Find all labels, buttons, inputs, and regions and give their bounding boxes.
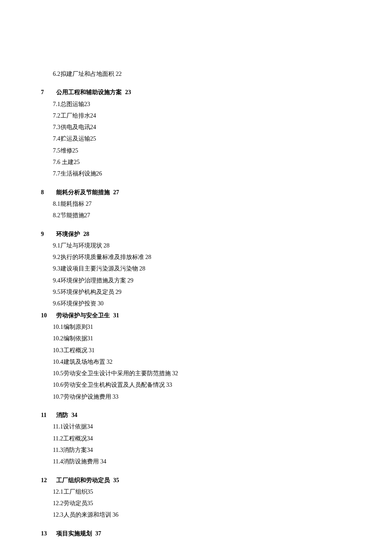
toc-sub-page: 32 xyxy=(105,359,113,365)
toc-sub-title: 消防方案 xyxy=(63,447,87,453)
toc-section: 13 项目实施规划 37 xyxy=(41,528,351,539)
toc-chapter-title: 环境保护 xyxy=(50,231,80,237)
toc-sub-page: 22 xyxy=(116,71,122,77)
toc-sub-title: 拟建厂址和占地面积 xyxy=(61,71,114,77)
toc-sub-num: 7.7 xyxy=(53,170,61,177)
toc-sub-row: 9.2执行的环境质量标准及排放标准 28 xyxy=(53,251,351,263)
toc-chapter-row: 8 能耗分析及节能措施 27 xyxy=(41,187,351,198)
toc-sub-title: 工程概况 xyxy=(63,347,87,354)
toc-sub-row: 7.7生活福利设施26 xyxy=(53,168,351,179)
toc-sub-row: 9.5环境保护机构及定员 29 xyxy=(53,286,351,298)
toc-sub-row: 11.1设计依据34 xyxy=(53,421,351,432)
toc-section: 12 工厂组织和劳动定员 3512.1工厂组织3512.2劳动定员3512.3人… xyxy=(41,474,351,521)
toc-sub-num: 10.4 xyxy=(53,359,63,365)
toc-sub-title: 环境保护治理措施及方案 xyxy=(61,277,126,284)
toc-sub-title: 供电及电讯 xyxy=(61,124,90,130)
toc-sub-num: 8.1 xyxy=(53,201,61,207)
toc-sub-num: 8.2 xyxy=(53,212,61,219)
toc-sub-title: 工厂组织 xyxy=(63,489,87,495)
toc-sub-title: 编制依据 xyxy=(63,335,87,342)
toc-sub-num: 9.6 xyxy=(53,300,61,307)
toc-sub-row: 10.2编制依据31 xyxy=(53,333,351,344)
toc-sub-num: 7.5 xyxy=(53,147,61,154)
toc-sub-num: 6.2 xyxy=(53,71,61,77)
toc-sub-title: 环境保护机构及定员 xyxy=(61,289,114,295)
toc-sub-title: 维修 xyxy=(61,147,72,154)
toc-sub-page: 25 xyxy=(90,135,96,142)
toc-sub-row: 10.3工程概况 31 xyxy=(53,345,351,356)
toc-sub-page: 28 xyxy=(144,254,152,260)
toc-sub-title: 贮运及运输 xyxy=(61,135,90,142)
toc-sub-num: 7.4 xyxy=(53,135,61,142)
toc-sub-row: 11.4消防设施费用 34 xyxy=(53,456,351,467)
toc-chapter-num: 11 xyxy=(41,409,50,421)
toc-sub-row: 12.1工厂组织35 xyxy=(53,486,351,497)
toc-sub-row: 10.7劳动保护设施费用 33 xyxy=(53,391,351,403)
toc-sub-title: 能耗指标 xyxy=(61,201,84,207)
toc-chapter-page: 23 xyxy=(124,89,131,95)
toc-chapter-num: 8 xyxy=(41,187,50,198)
toc-sub-row: 11.3消防方案34 xyxy=(53,444,351,456)
toc-sub-page: 34 xyxy=(99,458,107,465)
toc-sub-page: 34 xyxy=(87,447,93,453)
toc-sub-row: 8.1能耗指标 27 xyxy=(53,198,351,210)
toc-sub-row: 10.1编制原则31 xyxy=(53,321,351,333)
toc-sub-page: 34 xyxy=(87,435,93,442)
toc-sub-title: 执行的环境质量标准及排放标准 xyxy=(61,254,144,260)
toc-sub-title: 厂址与环境现状 xyxy=(61,242,102,249)
toc-sub-page: 35 xyxy=(87,500,93,506)
toc-chapter-title: 工厂组织和劳动定员 xyxy=(50,477,110,483)
toc-sub-row: 7.5维修25 xyxy=(53,145,351,156)
toc-sub-page: 35 xyxy=(87,489,93,495)
toc-chapter-page: 37 xyxy=(94,530,101,537)
toc-sub-num: 10.5 xyxy=(53,370,63,377)
toc-sub-page: 33 xyxy=(111,394,119,400)
toc-sub-num: 7.6 xyxy=(53,159,61,165)
toc-sub-title: 消防设施费用 xyxy=(63,458,99,465)
toc-sub-num: 10.7 xyxy=(53,394,63,400)
toc-sub-page: 33 xyxy=(165,382,173,388)
toc-sub-page: 25 xyxy=(74,159,80,165)
toc-sub-page: 29 xyxy=(114,289,122,295)
toc-sub-title: 编制原则 xyxy=(63,324,87,330)
toc-chapter-row: 10 劳动保护与安全卫生 31 xyxy=(41,310,351,321)
toc-sub-row: 9.3建设项目主要污染源及污染物 28 xyxy=(53,263,351,274)
toc-chapter-title: 消防 xyxy=(50,412,68,418)
toc-sub-row: 7.3供电及电讯24 xyxy=(53,121,351,133)
toc-sub-num: 9.2 xyxy=(53,254,61,260)
toc-sub-row: 7.2工厂给排水24 xyxy=(53,110,351,121)
toc-sub-title: 土建 xyxy=(61,159,74,165)
toc-sub-title: 环境保护投资 xyxy=(61,300,96,307)
toc-chapter-page: 34 xyxy=(70,412,78,418)
toc-sub-num: 11.4 xyxy=(53,458,63,465)
toc-section: 10 劳动保护与安全卫生 3110.1编制原则3110.2编制依据3110.3工… xyxy=(41,310,351,403)
toc-sub-page: 31 xyxy=(87,335,93,342)
toc-chapter-num: 12 xyxy=(41,474,50,486)
toc-chapter-num: 13 xyxy=(41,528,50,539)
toc-sub-row: 12.2劳动定员35 xyxy=(53,497,351,509)
toc-sub-page: 32 xyxy=(171,370,179,377)
toc-sub-row: 12.3人员的来源和培训 36 xyxy=(53,509,351,520)
toc-sub-num: 9.3 xyxy=(53,265,61,272)
toc-sub-num: 11.3 xyxy=(53,447,63,453)
toc-sub-num: 12.2 xyxy=(53,500,63,506)
toc-sub-row: 9.1厂址与环境现状 28 xyxy=(53,240,351,251)
toc-chapter-title: 项目实施规划 xyxy=(50,530,92,537)
toc-sub-page: 28 xyxy=(102,242,110,249)
toc-sub-title: 节能措施 xyxy=(61,212,84,219)
toc-sub-num: 9.4 xyxy=(53,277,61,284)
toc-sub-page: 30 xyxy=(96,300,104,307)
toc-sub-page: 28 xyxy=(138,265,146,272)
toc-sub-row: 11.2工程概况34 xyxy=(53,433,351,444)
toc-sub-page: 29 xyxy=(126,277,134,284)
toc-sub-page: 34 xyxy=(87,423,93,430)
toc-sub-title: 建筑及场地布置 xyxy=(63,359,105,365)
toc-sub-num: 7.1 xyxy=(53,101,61,107)
toc-chapter-num: 7 xyxy=(41,86,50,98)
toc-sub-num: 10.3 xyxy=(53,347,63,354)
toc-chapter-title: 劳动保护与安全卫生 xyxy=(50,312,110,319)
toc-sub-title: 建设项目主要污染源及污染物 xyxy=(61,265,138,272)
toc-sub-num: 7.3 xyxy=(53,124,61,130)
toc-sub-num: 12.1 xyxy=(53,489,63,495)
table-of-contents: 7 公用工程和辅助设施方案 237.1总图运输237.2工厂给排水247.3供电… xyxy=(41,86,351,539)
